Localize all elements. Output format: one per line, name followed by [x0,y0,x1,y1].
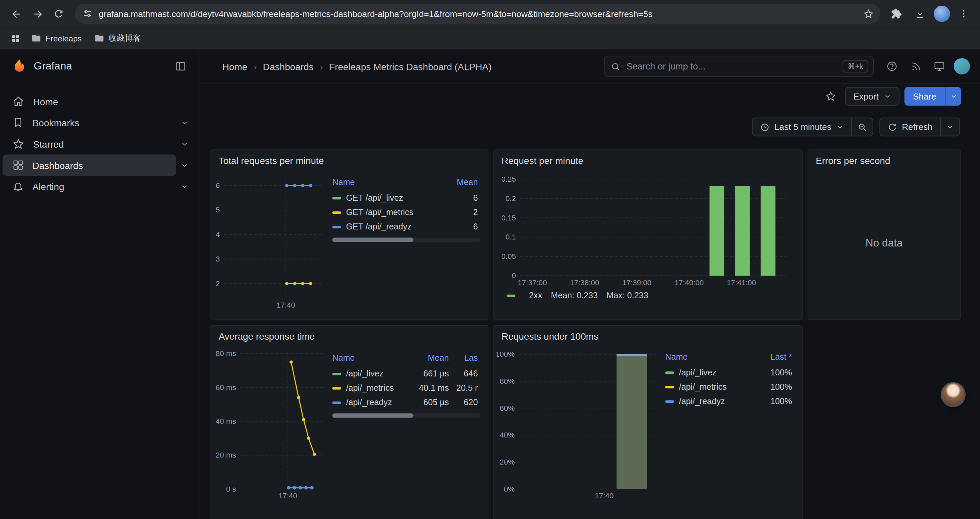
site-settings-icon[interactable] [83,9,92,19]
legend-column-header[interactable]: Name [332,351,412,366]
chevron-down-icon[interactable] [176,157,192,173]
legend-row[interactable]: GET /api/_livez6 [332,191,480,205]
legend-column-header[interactable]: Mean [448,176,480,191]
series-name[interactable]: /api/_livez [679,368,716,377]
help-icon[interactable] [883,57,901,75]
refresh-label: Refresh [902,122,932,132]
bar-chart[interactable]: 100%80%60%40%20%0%17:40 [497,344,660,501]
bookmark-star-icon[interactable] [863,8,874,19]
sidebar-item-home[interactable]: Home [0,91,199,112]
breadcrumb-dashboards[interactable]: Dashboards [263,61,313,72]
breadcrumb-home[interactable]: Home [223,61,248,72]
extensions-icon[interactable] [886,4,906,24]
svg-text:17:40: 17:40 [595,492,613,500]
panel-requests-under-100ms: Requests under 100ms 100%80%60%40%20%0%1… [493,325,803,519]
legend-row[interactable]: /api/_readyz605 µs620 [332,395,480,409]
search-box[interactable]: ⌘+k [604,56,874,77]
svg-text:80%: 80% [500,377,515,385]
grafana-logo[interactable] [11,58,28,75]
legend-row[interactable]: GET /api/_metrics2 [332,205,480,219]
line-chart[interactable]: 6543217:40 [213,168,327,311]
bar-chart[interactable]: 0.250.20.150.10.05017:37:0017:38:0017:39… [498,168,791,289]
series-name[interactable]: /api/_readyz [679,396,725,406]
forward-icon[interactable] [27,4,48,24]
legend-scrollbar[interactable] [332,238,480,242]
star-icon [12,138,24,150]
url-text[interactable]: grafana.mathmast.com/d/deytv4rwavabkb/fr… [99,9,863,19]
sidebar-collapse-icon[interactable] [171,57,190,75]
time-range-picker[interactable]: Last 5 minutes [752,118,852,136]
legend-value: 2 [448,205,480,219]
legend-row[interactable]: /api/_metrics100% [665,380,795,394]
legend-column-header[interactable]: Las [451,351,480,366]
legend-column-header[interactable]: Name [332,176,448,191]
legend-column-header[interactable]: Mean [412,351,451,366]
scrollbar-thumb[interactable] [332,238,414,242]
favorite-star-icon[interactable] [822,87,840,105]
panel-title[interactable]: Total requests per minute [211,150,488,167]
refresh-interval-chevron-icon[interactable] [940,118,960,136]
legend-value: 6 [448,219,480,234]
legend-row[interactable]: /api/_livez661 µs646 [332,366,480,381]
series-name[interactable]: /api/_metrics [346,383,394,393]
chevron-down-icon[interactable] [176,115,192,131]
downloads-icon[interactable] [910,4,930,24]
legend-column-header[interactable]: Name [665,350,760,366]
line-chart[interactable]: 80 ms60 ms40 ms20 ms0 s17:40 [213,344,327,501]
search-icon [611,61,620,71]
url-bar[interactable]: grafana.mathmast.com/d/deytv4rwavabkb/fr… [75,4,880,24]
series-name[interactable]: /api/_readyz [346,398,392,407]
legend-column-header[interactable]: Last * [760,350,795,366]
panel-title[interactable]: Average response time [211,326,488,343]
series-name[interactable]: /api/_metrics [679,382,727,391]
chevron-down-icon[interactable] [176,178,192,195]
refresh-button[interactable]: Refresh [879,118,941,136]
browser-profile-avatar[interactable] [934,6,950,22]
sidebar-item-alerting[interactable]: Alerting [0,176,199,197]
panel-title[interactable]: Errors per second [808,150,960,167]
legend-row[interactable]: /api/_metrics40.1 ms20.5 r [332,381,480,395]
bookmark-item-freeleaps[interactable]: Freeleaps [26,31,87,46]
series-name[interactable]: GET /api/_livez [346,193,403,203]
folder-icon [31,33,41,43]
zoom-out-icon[interactable] [851,118,873,136]
share-menu-chevron-icon[interactable] [945,87,961,105]
scrollbar-thumb[interactable] [332,414,414,418]
sidebar-item-bookmarks[interactable]: Bookmarks [0,112,199,133]
series-name[interactable]: /api/_livez [346,369,383,378]
search-input[interactable] [625,61,838,72]
chart-legend[interactable]: 2xx Mean: 0.233 Max: 0.233 [498,291,795,300]
chevron-down-icon[interactable] [176,136,192,152]
apps-grid-icon[interactable] [7,30,24,46]
legend-row[interactable]: GET /api/_readyz6 [332,219,480,234]
export-label: Export [853,91,878,101]
series-name[interactable]: GET /api/_metrics [346,208,413,217]
series-color-swatch [665,372,674,374]
share-button[interactable]: Share [904,87,945,105]
legend-row[interactable]: /api/_livez100% [665,366,795,380]
search-shortcut: ⌘+k [843,60,868,72]
series-name[interactable]: GET /api/_readyz [346,222,411,232]
dashboard-actions: Export Share [199,84,980,109]
back-icon[interactable] [6,4,26,24]
menu-kebab-icon[interactable] [954,4,974,24]
sidebar-item-dashboards[interactable]: Dashboards [0,155,199,176]
bookmark-label: Freeleaps [46,34,82,43]
news-rss-icon[interactable] [906,57,925,75]
legend-scrollbar[interactable] [332,414,480,418]
user-avatar[interactable] [954,58,970,75]
sidebar-item-starred[interactable]: Starred [0,133,199,155]
series-name[interactable]: 2xx [529,291,542,300]
bookmarks-bar: Freeleaps 收藏博客 [0,27,980,50]
legend-row[interactable]: /api/_readyz100% [665,394,795,409]
reload-icon[interactable] [49,4,69,24]
svg-text:100%: 100% [497,350,515,358]
legend-value: 100% [760,366,795,380]
monitor-icon[interactable] [930,57,949,75]
svg-text:20%: 20% [500,458,515,466]
panel-title[interactable]: Requests under 100ms [494,326,802,343]
panel-title[interactable]: Request per minute [494,150,802,167]
export-button[interactable]: Export [845,87,899,105]
assistant-avatar[interactable] [941,382,966,407]
bookmark-item-blog[interactable]: 收藏博客 [89,30,146,46]
